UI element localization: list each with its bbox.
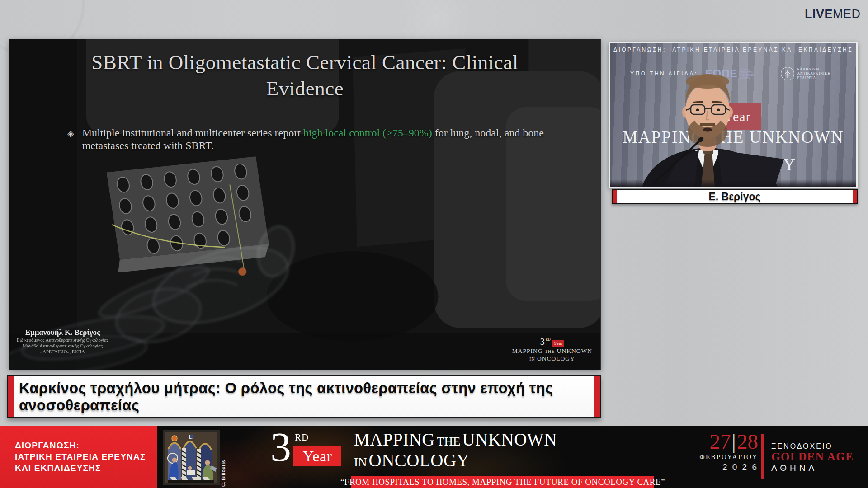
conference-footer-bar: ΔΙΟΡΓΑΝΩΣΗ: ΙΑΤΡΙΚΗ ΕΤΑΙΡΕΙΑ ΕΡΕΥΝΑΣ ΚΑΙ…: [0, 426, 868, 488]
footer-year-ordinal: RD: [295, 432, 309, 443]
red-accent-bar-left: [8, 376, 14, 417]
slide-bullet-text: Multiple institutional and multicenter s…: [82, 127, 557, 152]
livemed-logo-live: LIVE: [805, 7, 833, 21]
presentation-slide: SBRT in Oligometastatic Cervical Cancer:…: [9, 39, 601, 370]
livemed-logo-med: MED: [833, 7, 861, 21]
footer-red-divider: [761, 434, 764, 479]
slide-logo-word-unknown: UNKNOWN: [557, 347, 592, 354]
event-day1: 27: [710, 430, 731, 453]
red-accent-bar-right: [594, 376, 600, 417]
conference-artwork: [163, 430, 220, 485]
event-dates-block: 27|28 ΦΕΒΡΟΥΑΡΙΟΥ 2 0 2 6: [678, 432, 758, 472]
slide-logo-line2: IN ONCOLOGY: [512, 355, 592, 363]
footer-word-the: THE: [437, 435, 460, 448]
speaker-figure: [610, 43, 856, 187]
livestream-frame: { "brand": { "live": "LIVE", "med": "MED…: [0, 0, 868, 488]
slide-logo-ordinal: RD: [546, 338, 551, 342]
slide-logo-year-row: 3 RD Year: [512, 337, 592, 347]
footer-word-mapping: MAPPING: [354, 430, 435, 449]
speaker-name-banner: Ε. Βερίγος: [612, 189, 858, 204]
slide-logo-word-mapping: MAPPING: [512, 347, 543, 354]
event-month: ΦΕΒΡΟΥΑΡΙΟΥ: [678, 453, 758, 461]
footer-title-row2: IN ONCOLOGY: [354, 450, 557, 470]
author-title-line1: Ειδικευόμενος Ακτινοθεραπευτικής Ογκολογ…: [17, 337, 108, 343]
red-accent-bar-right: [853, 190, 857, 203]
slide-logo-word-the: THE: [545, 349, 555, 354]
slide-logo-word-oncology: ONCOLOGY: [537, 355, 575, 362]
slide-title-line1: SBRT in Oligometastatic Cervical Cancer:…: [9, 49, 600, 75]
organizer-label: ΔΙΟΡΓΑΝΩΣΗ:: [15, 440, 157, 451]
talk-title-banner: Καρκίνος τραχήλου μήτρας: Ο ρόλος της ακ…: [7, 375, 601, 418]
bullet-text-highlight: high local control (>75–90%): [303, 127, 432, 139]
event-year: 2 0 2 6: [678, 462, 758, 472]
venue-label: ΞΕΝΟΔΟΧΕΙΟ: [771, 442, 854, 450]
slide-conference-logo: 3 RD Year MAPPING THE UNKNOWN IN ONCOLOG…: [512, 337, 592, 363]
author-name: Εμμανουήλ Κ. Βερίγος: [17, 328, 108, 337]
organizer-line2: ΚΑΙ ΕΚΠΑΙΔΕΥΣΗΣ: [15, 462, 157, 474]
author-title-line2: Μονάδα Ακτινοθεραπευτικής Ογκολογίας: [17, 343, 108, 349]
stage-floor-shadow: [610, 179, 856, 187]
footer-year-number: 3: [270, 429, 291, 465]
author-title-line3: «ΑΡΕΤΑΙΕΙΟ», ΕΚΠΑ: [17, 349, 108, 355]
slide-author-credits: Εμμανουήλ Κ. Βερίγος Ειδικευόμενος Ακτιν…: [17, 328, 108, 355]
red-accent-bar-left: [613, 190, 617, 203]
speaker-video-feed: ΔΙΟΡΓΑΝΩΣΗ: ΙΑΤΡΙΚΗ ΕΤΑΙΡΕΙΑ ΕΡΕΥΝΑΣ ΚΑΙ…: [609, 42, 858, 188]
slide-logo-line1: MAPPING THE UNKNOWN: [512, 347, 592, 355]
footer-year-badge: Year: [293, 446, 341, 466]
footer-word-unknown: UNKNOWN: [462, 430, 557, 449]
slide-bullet: ◈ Multiple institutional and multicenter…: [67, 127, 557, 152]
livemed-logo: LIVEMED: [805, 7, 861, 21]
footer-tagline-strip: “FROM HOSPITALS TO HOMES, MAPPING THE FU…: [351, 476, 654, 488]
footer-word-in: IN: [354, 455, 367, 469]
venue-city: ΑΘΗΝΑ: [771, 463, 854, 474]
talk-title: Καρκίνος τραχήλου μήτρας: Ο ρόλος της ακ…: [8, 380, 600, 414]
bullet-text-pre: Multiple institutional and multicenter s…: [82, 127, 303, 139]
footer-word-oncology: ONCOLOGY: [369, 450, 470, 470]
artwork-credit: C. Billouris: [221, 454, 226, 487]
footer-tagline-text: “FROM HOSPITALS TO HOMES, MAPPING THE FU…: [340, 477, 665, 487]
slide-title-line2: Evidence: [9, 75, 600, 102]
event-day-separator: |: [731, 430, 737, 453]
slide-logo-word-in: IN: [529, 357, 535, 361]
speaker-name: Ε. Βερίγος: [708, 191, 760, 203]
event-days: 27|28: [678, 432, 758, 451]
event-day2: 28: [737, 430, 758, 453]
footer-conference-title: MAPPING THE UNKNOWN IN ONCOLOGY: [354, 429, 557, 470]
footer-title-row1: MAPPING THE UNKNOWN: [354, 429, 557, 450]
diamond-bullet-icon: ◈: [67, 128, 74, 152]
venue-block: ΞΕΝΟΔΟΧΕΙΟ GOLDEN AGE ΑΘΗΝΑ: [771, 442, 854, 474]
slide-logo-year-badge: Year: [552, 340, 564, 347]
slide-logo-number: 3: [540, 337, 545, 346]
organizer-block: ΔΙΟΡΓΑΝΩΣΗ: ΙΑΤΡΙΚΗ ΕΤΑΙΡΕΙΑ ΕΡΕΥΝΑΣ ΚΑΙ…: [0, 426, 157, 488]
organizer-line1: ΙΑΤΡΙΚΗ ΕΤΑΙΡΕΙΑ ΕΡΕΥΝΑΣ: [15, 451, 157, 462]
footer-year-badge-text: Year: [303, 448, 332, 465]
venue-name: GOLDEN AGE: [771, 450, 854, 463]
slide-title: SBRT in Oligometastatic Cervical Cancer:…: [9, 49, 600, 102]
